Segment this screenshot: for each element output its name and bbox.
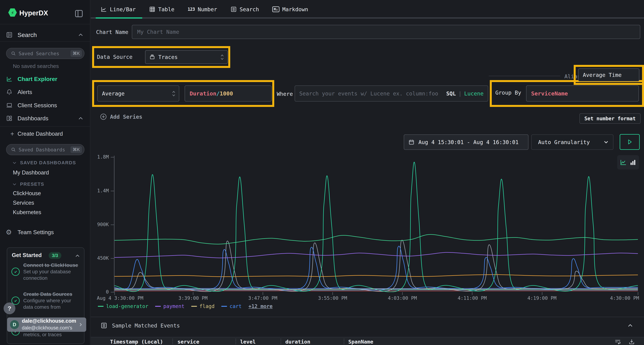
plus-circle-icon <box>100 113 107 120</box>
get-started-item[interactable]: Create Data Sources Configure where your… <box>12 291 81 310</box>
expr-token: Duration <box>190 90 216 97</box>
x-axis-label: Aug 4 3:30:00 PM <box>97 295 143 301</box>
data-source-value: Traces <box>158 54 178 60</box>
sidebar-item-label: Client Sessions <box>18 102 57 109</box>
timeseries-chart[interactable]: 0450K900K1.4M1.8MAug 4 3:30:00 PM3:39:00… <box>114 157 638 292</box>
lucene-toggle[interactable]: Lucene <box>464 90 484 97</box>
search-icon <box>11 147 16 152</box>
tab-markdown[interactable]: M↓ Markdown <box>272 6 308 12</box>
run-query-button[interactable] <box>620 134 640 150</box>
saved-dashboards-input[interactable]: Saved Dashboards ⌘K <box>6 144 84 155</box>
add-series-label: Add Series <box>110 114 142 120</box>
sidebar-item-chart-explorer[interactable]: Chart Explorer <box>0 74 90 84</box>
chevron-up-icon[interactable] <box>78 32 84 38</box>
column-separator[interactable] <box>236 339 236 344</box>
chart-type-tabbar: Line/Bar Table 123 Number Search M↓ Mark… <box>91 0 644 18</box>
chart-name-input[interactable] <box>132 25 640 39</box>
series-load-generator <box>114 234 638 244</box>
alias-input[interactable] <box>578 68 639 81</box>
legend-label: flagd <box>200 303 214 309</box>
where-input-wrap: SQL | Lucene <box>295 85 488 101</box>
legend-item[interactable]: flagd <box>191 303 214 309</box>
sidebar-item-services[interactable]: Services <box>13 200 34 206</box>
sidebar-item-label: Alerts <box>18 89 32 95</box>
sidebar-item-kubernetes[interactable]: Kubernetes <box>13 209 41 216</box>
tab-label: Markdown <box>282 6 308 12</box>
tab-label: Table <box>158 6 174 12</box>
aggregation-value: Average <box>102 90 124 97</box>
legend-item[interactable]: cart <box>221 303 242 309</box>
date-range-picker[interactable] <box>404 134 528 150</box>
sidebar-item-alerts[interactable]: Alerts <box>0 87 90 97</box>
saved-searches-input[interactable]: Saved Searches ⌘K <box>6 48 84 59</box>
create-dashboard-button[interactable]: + Create Dashboard <box>0 129 90 139</box>
set-number-format-button[interactable]: Set number format <box>580 113 640 124</box>
series-unnamed-teal-spikes <box>114 162 638 292</box>
date-range-input[interactable] <box>414 139 528 145</box>
legend-item[interactable]: load-generator <box>98 303 148 309</box>
x-axis-label: 3:39:00 PM <box>178 295 208 301</box>
x-axis-label: 4:19:00 PM <box>527 295 556 301</box>
chart-series-svg <box>114 157 638 292</box>
where-input[interactable] <box>295 90 446 97</box>
x-axis-label: 4:30:00 PM <box>610 295 639 301</box>
group-by-input[interactable]: ServiceName <box>526 85 639 101</box>
sidebar-item-dashboards[interactable]: Dashboards <box>0 113 90 123</box>
sql-toggle[interactable]: SQL <box>446 90 456 97</box>
tab-number[interactable]: 123 Number <box>188 6 217 12</box>
x-axis-tick <box>114 292 115 295</box>
hyperdx-app: ⚡ HyperDX Search Saved Searches ⌘K No sa… <box>0 0 644 345</box>
chevron-up-icon[interactable] <box>78 115 84 121</box>
column-separator[interactable] <box>344 339 344 344</box>
progress-badge: 3/3 <box>49 252 61 259</box>
gear-icon: ⚙ <box>6 228 12 236</box>
saved-dashboards-heading[interactable]: SAVED DASHBOARDS <box>12 160 76 166</box>
column-separator[interactable] <box>280 339 281 344</box>
legend-more-link[interactable]: +12 more <box>248 303 273 309</box>
presets-heading[interactable]: PRESETS <box>12 181 44 187</box>
check-circle-icon <box>12 268 20 276</box>
data-source-select[interactable]: Traces <box>145 50 228 64</box>
user-account-chip[interactable]: D dale@clickhouse.com dale@clickhouse.co… <box>7 318 86 332</box>
collapse-panel-icon[interactable] <box>627 323 633 329</box>
legend-swatch <box>191 306 197 307</box>
expr-token: 1000 <box>220 90 233 97</box>
sidebar-item-my-dashboard[interactable]: My Dashboard <box>13 169 49 176</box>
play-icon <box>627 139 633 145</box>
chevron-up-icon[interactable] <box>75 253 80 259</box>
add-series-button[interactable]: Add Series <box>100 113 142 120</box>
series-unnamed-orange <box>114 275 638 277</box>
sidebar-item-client-sessions[interactable]: Client Sessions <box>0 100 90 110</box>
aggregation-select[interactable]: Average <box>97 85 179 101</box>
tab-table[interactable]: Table <box>149 6 174 12</box>
sidebar-item-clickhouse[interactable]: ClickHouse <box>13 190 41 197</box>
field-expression-input[interactable]: Duration/1000 <box>184 85 272 101</box>
logo-row: ⚡ HyperDX <box>0 0 90 24</box>
tab-search[interactable]: Search <box>230 6 259 12</box>
section-label: SAVED DASHBOARDS <box>20 160 76 166</box>
x-axis-tick <box>402 292 403 295</box>
granularity-select[interactable]: Auto Granularity <box>531 134 614 150</box>
where-label: Where <box>277 91 293 97</box>
legend-item[interactable]: payment <box>155 303 184 309</box>
sidebar-item-team-settings[interactable]: ⚙ Team Settings <box>0 227 90 237</box>
chevron-right-icon <box>78 322 83 327</box>
x-axis-tick <box>542 292 542 295</box>
data-source-label: Data Source <box>97 54 132 60</box>
brand-title: HyperDX <box>19 9 48 17</box>
group-by-label: Group By <box>495 89 521 96</box>
wrap-lines-icon[interactable] <box>614 339 621 345</box>
line-chart-icon <box>100 6 107 12</box>
step-title: Connect to ClickHouse <box>23 262 78 268</box>
no-saved-searches-text: No saved searches <box>13 63 59 69</box>
sidebar-collapse-icon[interactable] <box>74 9 83 17</box>
column-separator[interactable] <box>172 339 173 344</box>
sidebar-item-search[interactable]: Search <box>0 30 90 40</box>
help-button[interactable]: ? <box>4 303 16 314</box>
tab-line-bar[interactable]: Line/Bar <box>100 6 136 12</box>
granularity-value: Auto Granularity <box>538 139 590 145</box>
get-started-item[interactable]: Connect to ClickHouse Set up your databa… <box>12 262 81 281</box>
group-by-value: ServiceName <box>531 90 568 97</box>
table-icon <box>149 6 156 12</box>
download-icon[interactable] <box>628 339 635 345</box>
